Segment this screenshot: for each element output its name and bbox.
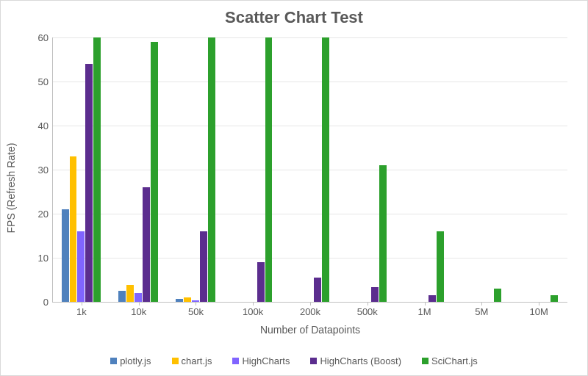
gridline [53, 258, 567, 258]
legend-item: SciChart.js [422, 355, 478, 366]
x-tick-label: 50k [188, 302, 204, 317]
x-axis-label: Number of Datapoints [260, 324, 360, 336]
bar [118, 291, 126, 302]
bar [70, 156, 77, 302]
x-tick-label: 5M [475, 302, 488, 317]
bar [135, 293, 142, 302]
bar [429, 295, 436, 302]
bar [379, 165, 387, 302]
x-tick-label: 1M [418, 302, 431, 317]
y-tick-label: 0 [26, 297, 53, 308]
gridline [53, 214, 567, 214]
x-tick-label: 10k [131, 302, 146, 317]
bar [551, 295, 558, 302]
bar [126, 285, 134, 302]
legend-label: HighCharts [242, 355, 290, 366]
plot-area: Number of Datapoints 01020304050601k10k5… [52, 37, 567, 303]
bar [208, 37, 215, 302]
legend-label: HighCharts (Boost) [320, 355, 401, 366]
x-tick-label: 1k [76, 302, 87, 317]
bar [176, 299, 183, 302]
bar [314, 278, 321, 302]
y-tick-label: 40 [26, 120, 53, 131]
bar [371, 287, 379, 302]
chart-title: Scatter Chart Test [1, 8, 587, 27]
bar [85, 64, 93, 302]
y-tick-label: 10 [26, 253, 53, 264]
bar [151, 42, 158, 302]
bar [200, 231, 207, 302]
x-tick-label: 100k [243, 302, 263, 317]
legend-swatch [422, 358, 429, 364]
bar [265, 37, 273, 302]
bar [77, 231, 85, 302]
legend-swatch [232, 358, 239, 364]
gridline [53, 126, 567, 126]
legend-label: SciChart.js [431, 355, 478, 366]
gridline [53, 170, 567, 170]
x-tick-label: 500k [357, 302, 378, 317]
bar [62, 209, 69, 302]
bar [192, 300, 199, 302]
legend-label: plotly.js [120, 355, 151, 366]
bar [257, 262, 265, 302]
legend-item: HighCharts [232, 355, 290, 366]
y-tick-label: 30 [26, 164, 53, 176]
legend-label: chart.js [182, 355, 212, 366]
bar [494, 289, 501, 302]
bar [184, 297, 191, 302]
gridline [53, 82, 567, 82]
legend-swatch [172, 358, 179, 364]
x-tick-label: 200k [300, 302, 320, 317]
legend-item: chart.js [172, 355, 212, 366]
gridline [53, 37, 567, 38]
legend-item: plotly.js [110, 355, 151, 366]
x-tick-label: 10M [529, 302, 548, 317]
legend-swatch [110, 358, 117, 364]
y-tick-label: 60 [26, 32, 53, 43]
y-tick-label: 20 [26, 209, 53, 220]
legend-swatch [310, 358, 317, 364]
chart-container: Scatter Chart Test FPS (Refresh Rate) Nu… [0, 0, 588, 376]
bar [93, 37, 101, 302]
bar [143, 187, 150, 302]
y-axis-label: FPS (Refresh Rate) [5, 143, 17, 234]
bar [322, 37, 329, 302]
bar [437, 231, 444, 302]
legend: plotly.jschart.jsHighChartsHighCharts (B… [1, 355, 587, 366]
y-tick-label: 50 [26, 76, 53, 87]
legend-item: HighCharts (Boost) [310, 355, 401, 366]
